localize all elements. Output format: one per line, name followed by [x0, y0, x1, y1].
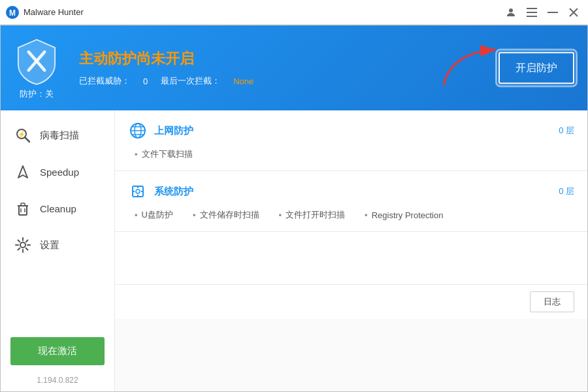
close-button[interactable]	[564, 5, 583, 20]
svg-text:⚡: ⚡	[18, 130, 26, 139]
version-text: 1.194.0.822	[1, 372, 114, 391]
svg-point-20	[20, 242, 25, 248]
speedup-label: Speedup	[40, 167, 79, 178]
settings-label: 设置	[40, 239, 59, 252]
system-protection-header: 系统防护 0 层	[128, 182, 574, 201]
content-area: ⚡ 病毒扫描 Speedup	[1, 110, 587, 391]
svg-point-2	[509, 8, 513, 12]
account-icon	[506, 7, 516, 18]
list-item: 文件下载扫描	[135, 148, 193, 160]
svg-line-13	[25, 137, 29, 142]
shield-label: 防护：关	[20, 88, 54, 100]
system-protection-section: 系统防护 0 层 U盘防护 文件储存时扫描 文件打开时扫描 Registry P…	[115, 171, 587, 232]
enable-protection-button[interactable]: 开启防护	[498, 52, 574, 84]
title-bar: M Malware Hunter	[0, 0, 588, 25]
list-item: 文件储存时扫描	[193, 209, 259, 221]
menu-button[interactable]	[523, 5, 541, 20]
menu-icon	[527, 8, 537, 17]
settings-icon	[14, 236, 32, 254]
account-button[interactable]	[502, 5, 520, 20]
cleanup-icon	[14, 199, 32, 218]
window-controls	[502, 5, 583, 20]
web-protection-title-row: 上网防护	[128, 121, 193, 140]
speedup-icon	[14, 163, 32, 181]
last-label: 最后一次拦截：	[161, 75, 220, 87]
svg-rect-5	[527, 16, 537, 17]
sidebar-item-speedup[interactable]: Speedup	[1, 154, 114, 190]
shield-icon	[14, 37, 59, 86]
sidebar-item-cleanup[interactable]: Cleanup	[1, 190, 114, 227]
svg-rect-15	[19, 206, 27, 215]
system-protection-items: U盘防护 文件储存时扫描 文件打开时扫描 Registry Protection	[128, 209, 574, 221]
cleanup-label: Cleanup	[40, 203, 76, 214]
svg-rect-4	[527, 12, 537, 13]
log-button[interactable]: 日志	[530, 291, 574, 312]
svg-rect-17	[21, 203, 25, 206]
web-protection-items: 文件下载扫描	[128, 148, 574, 160]
system-protection-title-row: 系统防护	[128, 182, 193, 201]
web-protection-section: 上网防护 0 层 文件下载扫描	[115, 110, 587, 171]
shield-container: 防护：关	[14, 37, 59, 100]
sidebar: ⚡ 病毒扫描 Speedup	[1, 110, 115, 391]
system-protection-icon	[128, 182, 148, 201]
svg-rect-6	[547, 12, 558, 13]
list-item: U盘防护	[135, 209, 173, 221]
app-logo-icon: M	[5, 5, 20, 20]
web-protection-title: 上网防护	[154, 125, 193, 137]
sidebar-item-virus-scan[interactable]: ⚡ 病毒扫描	[1, 117, 114, 154]
virus-scan-icon: ⚡	[14, 126, 32, 144]
header-banner: 防护：关 主动防护尚未开启 已拦截威胁： 0 最后一次拦截： None 开启防护	[1, 25, 587, 110]
app-title: Malware Hunter	[24, 7, 502, 17]
main-window: 防护：关 主动防护尚未开启 已拦截威胁： 0 最后一次拦截： None 开启防护	[0, 25, 588, 392]
sidebar-item-settings[interactable]: 设置	[1, 227, 114, 263]
activate-button[interactable]: 现在激活	[10, 337, 105, 365]
svg-text:M: M	[9, 8, 16, 17]
main-content: 上网防护 0 层 文件下载扫描	[115, 110, 587, 391]
intercepted-label: 已拦截威胁：	[79, 75, 130, 87]
list-item: 文件打开时扫描	[279, 209, 346, 221]
list-item: Registry Protection	[365, 209, 443, 221]
web-protection-count: 0 层	[559, 125, 574, 137]
intercepted-value: 0	[143, 76, 148, 86]
web-protection-header: 上网防护 0 层	[128, 121, 574, 140]
virus-scan-label: 病毒扫描	[40, 129, 79, 142]
minimize-button[interactable]	[544, 5, 562, 20]
svg-point-27	[136, 189, 140, 193]
close-icon	[569, 8, 578, 17]
svg-rect-3	[527, 8, 537, 9]
minimize-icon	[547, 12, 558, 13]
system-protection-count: 0 层	[559, 186, 574, 197]
last-value: None	[233, 76, 253, 86]
system-protection-title: 系统防护	[154, 186, 193, 198]
log-btn-container: 日志	[115, 284, 587, 319]
web-protection-icon	[128, 121, 148, 140]
